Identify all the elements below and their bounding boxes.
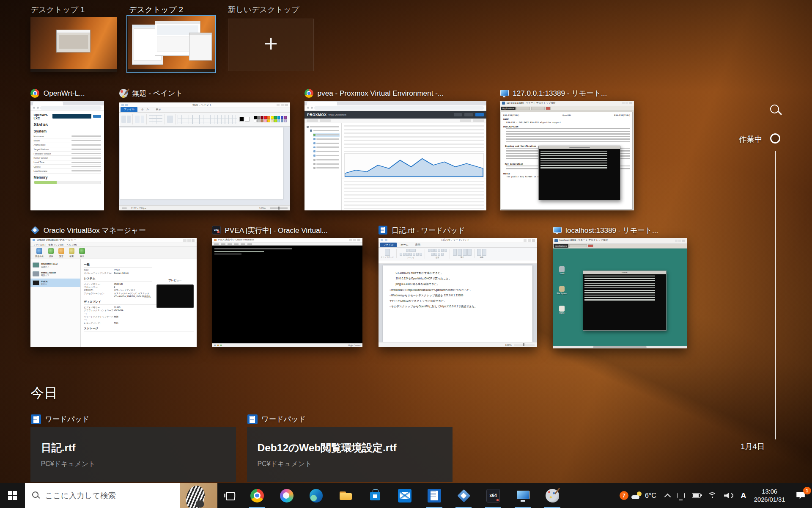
action-center-button[interactable]: 1 [789,483,812,508]
paint-zoom-value: 100% [259,207,266,210]
window-proxmox[interactable]: PROXMOX Virtual Environment [304,101,486,211]
display-tray-button[interactable] [673,483,688,508]
window-title-paint: 無題 - ペイント [119,88,183,98]
rdp-titlebar: 127.0.0.1:13389 - リモート デスクトップ接続 [500,101,634,106]
remote-desktop-1: Applications RSA-PSS(7SSL) OpenSSL RSA-P… [500,106,634,210]
paint-color1 [239,117,244,121]
taskbar-vm-x64-button[interactable]: x64 [478,483,508,508]
desktop-2-thumbnail[interactable] [128,16,215,72]
proxmox-toolbar [304,119,486,123]
new-desktop-label: 新しいデスクトップ [228,4,299,15]
taskbar-chrome-button[interactable] [242,483,272,508]
paint-ribbon [119,113,290,127]
vm-menubar [212,243,362,246]
taskbar-store-button[interactable] [360,483,390,508]
chevron-up-icon [664,493,671,500]
taskbar-virtualbox-button[interactable] [449,483,479,508]
window-virtualbox[interactable]: Oracle VirtualBox マネージャー ファイル(F) 仮想マシン(M… [30,238,197,347]
paint-statusbar: 1152 x 720px 100% [119,205,290,210]
window-controls [277,104,288,106]
overlay-terminal [538,146,620,200]
virtualbox-titlebar: Oracle VirtualBox マネージャー [30,238,197,243]
vm-titlebar: PVEA [実行中] - Oracle VirtualBox [212,238,362,243]
timeline-card-deb12[interactable]: Deb12のWeb閲覧環境設定.rtf PC¥ドキュメント [247,427,453,482]
search-input[interactable] [45,491,175,500]
window-title-text: localhost:13389 - リモート... [565,225,658,235]
paint-home-tab: ホーム [138,107,152,112]
remote-panel: Applications [500,106,634,111]
zebra-image [180,483,217,508]
start-button[interactable] [0,483,25,508]
timeline-status-label: 作業中 [723,134,762,144]
paint-icon [546,489,559,502]
taskbar-edge-button[interactable] [302,483,331,508]
trash-icon [559,266,565,272]
proxmox-logo-sub: Virtual Environment [328,114,451,116]
task-view-screen: デスクトップ 1 デスクトップ 2 新しいデスクトップ + OpenWrt-L [0,0,812,508]
wordpad-icon [31,414,41,424]
home-icon [559,306,565,311]
window-controls [349,239,360,241]
vm-x64-icon: x64 [212,226,221,235]
paint-canvas [119,127,290,205]
taskbar-search[interactable] [25,483,218,508]
window-controls [524,239,535,242]
network-tray-button[interactable] [705,483,721,508]
ime-indicator[interactable]: A [737,483,750,508]
desktop-icon-home: Home [554,306,570,314]
openwrt-system-heading: System [34,129,101,133]
wordpad-zoom-value: 100% [505,343,512,346]
window-wordpad[interactable]: 日記.rtf - ワードパッド ファイル ホーム 表示 クリップボード フォント… [379,238,537,347]
search-icon [770,104,782,116]
openwrt-navbar [52,114,91,119]
chrome-icon [30,89,39,98]
window-openwrt[interactable]: OpenWrt-LXC Status System Hostname Model… [30,101,104,211]
system-tray: 7 6°C A 13:06 2026/01/31 1 [614,483,812,508]
new-desktop-button[interactable]: + [228,19,314,71]
taskbar-explorer-button[interactable] [331,483,360,508]
wordpad-statusbar: 100% [379,342,537,347]
taskbar-mail-button[interactable] [390,483,420,508]
battery-tray-button[interactable] [689,483,705,508]
task-view-button[interactable] [217,483,242,508]
clock[interactable]: 13:06 2026/01/31 [750,483,789,508]
desktop-1-thumbnail[interactable] [30,17,117,72]
chrome-icon [304,89,313,98]
wordpad-page: CT-Deb12をXfceで動かす事ができた。 10.0.0.124をOpenW… [383,265,532,342]
taskbar-copilot-button[interactable] [272,483,302,508]
timeline-card-diary[interactable]: 日記.rtf PC¥ドキュメント [30,427,236,482]
drive-icon [559,286,565,292]
remote-hscrollbar [553,346,687,348]
window-rdp-localhost[interactable]: localhost:13389 - リモート デスクトップ接続 Applicat… [553,238,687,348]
taskbar-paint-button[interactable] [538,483,567,508]
taskbar-wordpad-button[interactable] [420,483,449,508]
virtualbox-icon [30,226,39,235]
browser-addressbar [30,105,104,111]
vm-statusbar: Right Control [212,343,362,348]
taskbar-apps: x64 [242,483,567,508]
window-title-text: 無題 - ペイント [132,88,183,98]
taskbar-rdp-button[interactable] [508,483,538,508]
openwrt-logout-button [93,115,101,118]
wifi-icon [708,492,717,499]
volume-tray-button[interactable] [721,483,737,508]
timeline-card-1-header: ワードパッド [31,414,89,424]
browser-addressbar [304,105,486,111]
window-rdp-127[interactable]: 127.0.0.1:13389 - リモート デスクトップ接続 Applicat… [500,101,634,211]
vm-x64-icon: x64 [486,489,500,502]
openwrt-memory-bar [34,181,101,185]
mail-icon [398,489,411,502]
window-paint[interactable]: 無題 - ペイント ファイル ホーム 表示 1152 x 720px 100% [119,102,290,210]
openwrt-brand: OpenWrt-LXC [34,113,50,120]
uxterm-window: uxterm [583,271,667,331]
hidden-icons-button[interactable] [661,483,673,508]
news-weather-widget[interactable]: 7 6°C [614,483,661,508]
timeline-search-button[interactable] [770,104,782,116]
window-pvea-vm[interactable]: PVEA [実行中] - Oracle VirtualBox Right Con… [212,238,362,347]
wordpad-home-tab: ホーム [398,243,411,247]
timeline-scrollbar[interactable] [775,151,776,439]
virtualbox-icon [457,489,470,502]
wordpad-icon [379,226,387,235]
openwrt-status-heading: Status [34,122,101,127]
desktop-icon-trash: Trash [554,266,570,275]
